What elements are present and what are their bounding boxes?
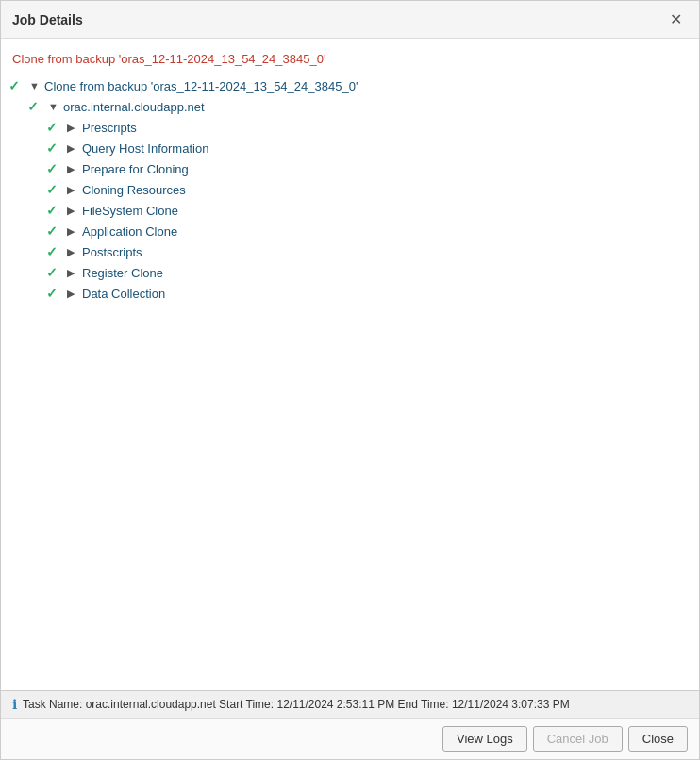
dialog-header: Job Details ✕ xyxy=(1,1,699,39)
view-logs-button[interactable]: View Logs xyxy=(442,726,527,752)
dialog-title: Job Details xyxy=(12,12,83,27)
tree-row-host[interactable]: ✓ ▼ orac.internal.cloudapp.net xyxy=(8,96,692,117)
check-icon-item-4: ✓ xyxy=(46,203,67,218)
expander-item-8: ▶ xyxy=(67,288,82,300)
tree-row-item-2[interactable]: ✓▶Prepare for Cloning xyxy=(8,158,692,179)
expander-item-3: ▶ xyxy=(67,184,82,196)
tree-row-item-7[interactable]: ✓▶Register Clone xyxy=(8,262,692,283)
check-icon-item-1: ✓ xyxy=(46,140,67,156)
expander-item-2: ▶ xyxy=(67,163,82,175)
info-icon: ℹ xyxy=(12,697,17,712)
dialog-footer: View Logs Cancel Job Close xyxy=(1,718,699,759)
check-icon-item-8: ✓ xyxy=(46,286,67,301)
tree-row-root[interactable]: ✓ ▼ Clone from backup 'oras_12-11-2024_1… xyxy=(8,75,692,96)
check-icon-item-6: ✓ xyxy=(46,244,67,259)
check-icon-item-0: ✓ xyxy=(46,120,67,135)
tree-items: ✓▶Prescripts✓▶Query Host Information✓▶Pr… xyxy=(8,117,692,304)
tree-row-item-1[interactable]: ✓▶Query Host Information xyxy=(8,138,692,158)
check-icon-root: ✓ xyxy=(8,78,29,93)
check-icon-item-5: ✓ xyxy=(46,223,67,239)
tree-row-item-4[interactable]: ✓▶FileSystem Clone xyxy=(8,200,692,221)
close-icon[interactable]: ✕ xyxy=(664,8,688,30)
tree-label-item-1: Query Host Information xyxy=(82,141,208,156)
tree-label-item-5: Application Clone xyxy=(82,224,177,239)
tree-label-item-2: Prepare for Cloning xyxy=(82,162,189,176)
expander-root: ▼ xyxy=(29,80,44,91)
tree-label-item-8: Data Collection xyxy=(82,287,165,301)
tree-label-item-6: Postscripts xyxy=(82,245,142,259)
expander-item-5: ▶ xyxy=(67,225,82,238)
tree-label-item-4: FileSystem Clone xyxy=(82,204,178,218)
close-button[interactable]: Close xyxy=(628,726,688,752)
page-subtitle: Clone from backup 'oras_12-11-2024_13_54… xyxy=(1,48,699,75)
expander-host: ▼ xyxy=(48,101,63,112)
tree-row-item-6[interactable]: ✓▶Postscripts xyxy=(8,241,692,262)
tree-label-root: Clone from backup 'oras_12-11-2024_13_54… xyxy=(44,79,358,93)
tree-container: ✓ ▼ Clone from backup 'oras_12-11-2024_1… xyxy=(1,75,699,304)
dialog-body: Clone from backup 'oras_12-11-2024_13_54… xyxy=(1,39,699,690)
status-text: Task Name: orac.internal.cloudapp.net St… xyxy=(23,698,570,711)
check-icon-item-7: ✓ xyxy=(46,265,67,280)
cancel-job-button[interactable]: Cancel Job xyxy=(533,726,623,752)
expander-item-4: ▶ xyxy=(67,205,82,217)
tree-label-item-0: Prescripts xyxy=(82,121,137,135)
check-icon-item-2: ✓ xyxy=(46,161,67,176)
expander-item-1: ▶ xyxy=(67,142,82,155)
expander-item-0: ▶ xyxy=(67,122,82,134)
tree-row-item-3[interactable]: ✓▶Cloning Resources xyxy=(8,179,692,200)
tree-label-item-7: Register Clone xyxy=(82,266,163,280)
tree-row-item-8[interactable]: ✓▶Data Collection xyxy=(8,283,692,304)
check-icon-item-3: ✓ xyxy=(46,182,67,197)
tree-label-host: orac.internal.cloudapp.net xyxy=(63,100,205,114)
status-bar: ℹ Task Name: orac.internal.cloudapp.net … xyxy=(1,690,699,718)
expander-item-7: ▶ xyxy=(67,267,82,279)
check-icon-host: ✓ xyxy=(27,99,48,114)
job-details-dialog: Job Details ✕ Clone from backup 'oras_12… xyxy=(0,0,700,760)
tree-row-item-0[interactable]: ✓▶Prescripts xyxy=(8,117,692,138)
tree-row-item-5[interactable]: ✓▶Application Clone xyxy=(8,221,692,241)
expander-item-6: ▶ xyxy=(67,246,82,258)
tree-label-item-3: Cloning Resources xyxy=(82,183,186,197)
